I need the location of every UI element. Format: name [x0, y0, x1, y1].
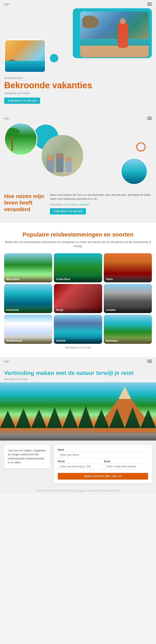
destination-item-griekenland[interactable]: Griekenland	[4, 315, 52, 344]
overlay-water	[5, 61, 45, 72]
section1: logo REISBUREAU Bekroonde vakanties Afbe…	[0, 0, 156, 114]
hamburger-menu-section2[interactable]	[147, 117, 152, 120]
destination-item-indonesi[interactable]: Indonesië	[4, 284, 52, 313]
section2: logo Hoe reizen mijn leven heeft verande…	[0, 114, 156, 222]
woman-figure	[118, 23, 128, 48]
hero-images	[4, 8, 152, 73]
logo-section4: logo	[4, 360, 10, 363]
destination-name: Griekenland	[6, 339, 50, 342]
destination-overlay: Griekenland	[4, 337, 52, 344]
hero-main-image	[80, 12, 149, 57]
section3-title: Populaire reisbestemmingen en soorten	[4, 231, 152, 238]
name-field-row: Name	[58, 448, 148, 458]
contact-submit-button[interactable]: NEEM CONTACT MET ONS OP	[58, 473, 148, 480]
destination-overlay: Bora Bora	[4, 276, 52, 282]
destination-item-bahamas[interactable]: Bahamas	[104, 315, 152, 344]
destination-name: Bahamas	[106, 339, 150, 342]
destinations-image-credit: Afbeeldingen van Freepik	[4, 346, 152, 349]
destination-item-borabora[interactable]: Bora Bora	[4, 253, 52, 282]
phone-input[interactable]	[58, 464, 102, 470]
beach-rocks	[82, 16, 99, 28]
hamburger-menu-section1[interactable]	[147, 3, 152, 6]
destination-name: Indonesië	[6, 308, 50, 312]
name-label: Name	[58, 448, 148, 451]
nature-trees	[0, 403, 156, 428]
section4-image-credit: Afbeelding van Freepik	[4, 378, 152, 380]
hamburger-menu-section4[interactable]	[147, 360, 152, 363]
palm-beach-circle	[4, 122, 38, 156]
email-label: Email	[104, 460, 148, 462]
person2-head	[57, 153, 63, 159]
freepik-link[interactable]: Freepik	[68, 203, 76, 206]
destination-item-londen[interactable]: Londen	[104, 284, 152, 313]
orange-circle-decoration	[136, 142, 145, 152]
name-input[interactable]	[58, 452, 148, 458]
beach-sand	[80, 46, 149, 57]
destination-overlay: Bahamas	[104, 337, 152, 344]
palm-tree	[11, 134, 13, 151]
destination-name: Londen	[106, 308, 150, 312]
contact-description: Laat ons uw vragen, suggesties en zorgen…	[8, 448, 46, 465]
phone-email-row: Phone Email	[58, 460, 148, 472]
nature-image	[0, 382, 156, 440]
hero-overlay-image	[4, 40, 46, 73]
section3-subtitle: Blader door de onderstaande onderwerpen …	[4, 240, 152, 248]
destination-item-costarica[interactable]: Costa Rica	[54, 253, 102, 282]
nav-section1: logo	[0, 0, 156, 8]
contact-left-card: Laat ons uw vragen, suggesties en zorgen…	[4, 445, 50, 468]
email-input[interactable]	[104, 464, 148, 470]
nav-section4: logo	[4, 357, 152, 366]
destination-item-parijs[interactable]: Parijs	[54, 284, 102, 313]
section2-left: Hoe reizen mijn leven heeft veranderd	[4, 193, 46, 214]
destination-overlay: Costa Rica	[54, 276, 102, 282]
sea-circle	[121, 158, 148, 185]
contact-form-card: Name Phone Email NEEM CONTACT MET ONS OP	[54, 445, 152, 483]
destination-overlay: Tokio	[104, 276, 152, 282]
destination-item-tokio[interactable]: Tokio	[104, 253, 152, 282]
section2-credits: Afbeeldingen van Freepik en Unsplash	[50, 203, 152, 206]
destination-overlay: Venetië	[54, 337, 102, 344]
beach-water	[80, 39, 149, 57]
mountain-snow	[114, 386, 135, 399]
hero-cta-button[interactable]: KOM MEER TE WETEN	[4, 98, 40, 104]
palm-leaves	[5, 128, 20, 136]
section3: Populaire reisbestemmingen en soorten Bl…	[0, 223, 156, 357]
phone-label: Phone	[58, 460, 102, 462]
destinations-grid: Bora BoraCosta RicaTokioIndonesiëParijsL…	[4, 253, 152, 344]
hero-label: REISBUREAU	[4, 77, 152, 79]
hero-content: REISBUREAU Bekroonde vakanties Afbeeldin…	[0, 77, 156, 106]
email-field-row: Email	[104, 460, 148, 470]
destination-overlay: Parijs	[54, 307, 102, 313]
people-talking-circle	[42, 135, 83, 176]
destination-name: Costa Rica	[56, 278, 100, 281]
logo-section1: logo	[4, 2, 10, 6]
section2-title: Hoe reizen mijn leven heeft veranderd	[4, 193, 46, 212]
circles-grid	[4, 122, 152, 189]
destination-item-veneti[interactable]: Venetië	[54, 315, 102, 344]
woman-head	[120, 18, 126, 24]
section4-title: Verbinding maken met de natuur terwijl j…	[4, 366, 152, 378]
hero-title: Bekroonde vakanties	[4, 80, 152, 90]
section2-body: Waar u ook naartoe wilt, hoe u er ook wi…	[50, 193, 152, 201]
person3-head	[66, 156, 71, 162]
unsplash-link[interactable]: Unsplash	[80, 203, 89, 206]
destination-overlay: Indonesië	[4, 307, 52, 313]
destination-name: Parijs	[56, 308, 100, 312]
nav-section2: logo	[0, 114, 156, 122]
person1-head	[47, 155, 53, 161]
section2-text-block: Hoe reizen mijn leven heeft veranderd Wa…	[0, 193, 156, 214]
section4-footer-text: Sample Text: Click to select the text bo…	[0, 488, 156, 494]
section2-cta-button[interactable]: KOM MEER TE WETEN	[50, 208, 86, 214]
destination-name: Venetië	[56, 339, 100, 342]
section2-right: Waar u ook naartoe wilt, hoe u er ook wi…	[50, 193, 152, 214]
teal-circle-decoration	[50, 54, 58, 62]
destination-overlay: Londen	[104, 307, 152, 313]
logo-section2: logo	[4, 117, 10, 120]
hero-image-credit: Afbeelding van Freepik	[4, 92, 152, 95]
destination-name: Bora Bora	[6, 278, 50, 281]
destination-name: Tokio	[106, 278, 150, 281]
contact-section: Laat ons uw vragen, suggesties en zorgen…	[0, 440, 156, 488]
section4-header: logo Verbinding maken met de natuur terw…	[0, 357, 156, 380]
phone-field-row: Phone	[58, 460, 102, 470]
section4: logo Verbinding maken met de natuur terw…	[0, 357, 156, 494]
